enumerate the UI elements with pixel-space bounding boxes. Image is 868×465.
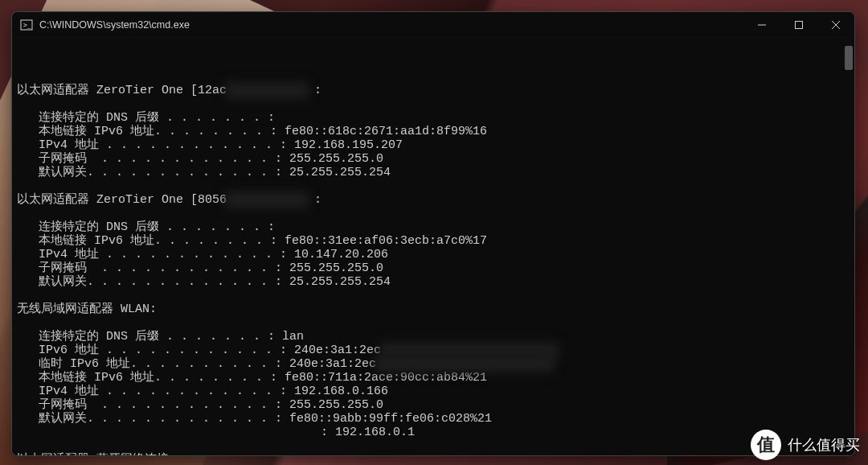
terminal-area[interactable]: 以太网适配器 ZeroTier One [12ac : 连接特定的 DNS 后缀… [12,38,854,455]
field-value: 192.168.195.207 [294,138,403,152]
adapter-header: 以太网适配器 ZeroTier One [8056 [17,193,227,207]
field-label: 默认网关 [39,412,87,426]
field-value: 192.168.0.1 [335,426,415,439]
field-value: fe80::618c:2671:aa1d:8f99%16 [285,125,487,138]
field-label: 本地链接 IPv6 地址 [39,371,154,385]
watermark-text: 什么值得买 [788,435,860,455]
scrollbar-thumb[interactable] [845,46,853,70]
field-label: 子网掩码 [39,261,87,275]
field-value: fe80::9abb:99ff:fe06:c028%21 [289,412,492,426]
redacted-text [227,84,307,97]
minimize-button[interactable] [743,12,780,37]
field-label: 本地链接 IPv6 地址 [39,125,154,138]
svg-text:>_: >_ [23,22,31,29]
watermark: 值 什么值得买 [751,430,860,460]
svg-rect-3 [796,21,803,28]
adapter-header: 以太网适配器 ZeroTier One [12ac [17,84,227,97]
redacted-text [227,193,307,207]
cmd-window: >_ C:\WINDOWS\system32\cmd.exe 以太网适配器 Ze… [11,11,855,456]
field-label: 本地链接 IPv6 地址 [39,234,154,248]
redacted-text [381,344,558,357]
field-value: 255.255.255.0 [289,398,383,412]
cmd-icon: >_ [20,19,33,31]
titlebar[interactable]: >_ C:\WINDOWS\system32\cmd.exe [12,12,854,38]
field-value: fe80::31ee:af06:3ecb:a7c0%17 [285,234,487,248]
window-controls [743,12,854,37]
field-label: IPv4 地址 [39,248,99,261]
field-value: 192.168.0.166 [294,385,388,398]
terminal-output: 以太网适配器 ZeroTier One [12ac : 连接特定的 DNS 后缀… [17,70,854,455]
field-label: 默认网关 [39,275,87,289]
field-label: IPv4 地址 [39,385,99,398]
field-value: 240e:3a1:2ec [294,344,381,357]
field-label: 连接特定的 DNS 后缀 [39,220,159,234]
field-value: 255.255.255.0 [289,261,383,275]
maximize-button[interactable] [780,12,817,37]
close-button[interactable] [817,12,854,37]
field-label: IPv4 地址 [39,138,99,152]
field-label: IPv6 地址 [39,344,99,357]
field-value: 25.255.255.254 [289,275,391,289]
field-value: 240e:3a1:2ec [289,357,376,371]
field-label: 子网掩码 [39,152,87,166]
adapter-header: 以太网适配器 蓝牙网络连接: [17,453,176,455]
field-label: 默认网关 [39,166,87,179]
adapter-header: 无线局域网适配器 WLAN: [17,302,157,316]
field-label: 连接特定的 DNS 后缀 [39,111,159,125]
field-label: 临时 IPv6 地址 [39,357,130,371]
scrollbar[interactable] [845,38,853,455]
field-value: 255.255.255.0 [289,152,383,166]
field-value: lan [282,330,304,344]
field-value: 25.255.255.254 [289,166,391,179]
field-value: fe80::711a:2ace:90cc:ab84%21 [285,371,487,385]
field-label: 子网掩码 [39,398,87,412]
field-label: 连接特定的 DNS 后缀 [39,330,159,344]
watermark-badge-icon: 值 [751,430,781,460]
window-title: C:\WINDOWS\system32\cmd.exe [39,19,743,31]
redacted-text [376,357,553,371]
field-value: 10.147.20.206 [294,248,388,261]
